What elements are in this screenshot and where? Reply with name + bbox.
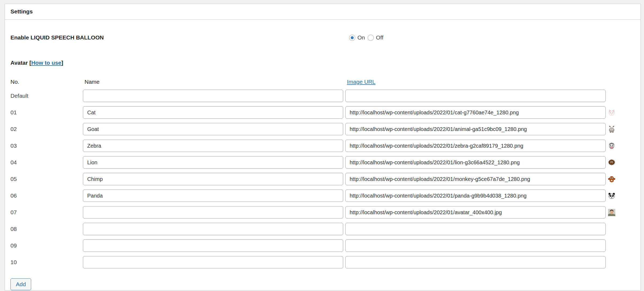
avatar-goat-image	[608, 125, 615, 133]
avatar-name-input[interactable]	[83, 206, 343, 219]
row-number-label: 07	[10, 209, 83, 216]
avatar-url-input[interactable]	[345, 190, 606, 202]
enable-radio-group: OnOff	[345, 34, 386, 41]
row-number-label: 06	[10, 192, 83, 199]
avatar-lion-image	[608, 159, 615, 166]
row-number-label: 08	[10, 226, 83, 232]
avatar-url-input[interactable]	[345, 106, 606, 119]
avatar-url-input[interactable]	[345, 239, 606, 252]
avatar-name-input[interactable]	[83, 140, 343, 152]
avatar-preview	[608, 242, 615, 249]
avatar-heading-suffix: ]	[61, 60, 63, 66]
avatar-url-input[interactable]	[345, 173, 606, 185]
avatar-zebra-image	[608, 142, 615, 150]
avatar-name-input[interactable]	[83, 190, 343, 202]
avatar-url-input[interactable]	[345, 156, 606, 169]
avatar-url-input[interactable]	[345, 256, 606, 268]
row-number-label: 10	[10, 259, 83, 265]
add-row-button[interactable]: Add	[10, 278, 31, 290]
avatar-table-row: 01	[10, 106, 635, 119]
avatar-name-input[interactable]	[83, 156, 343, 169]
avatar-cat-image	[608, 109, 615, 116]
avatar-url-input[interactable]	[345, 90, 606, 102]
avatar-url-input[interactable]	[345, 140, 606, 152]
radio-unselected-icon[interactable]	[368, 35, 374, 41]
row-number-label: 02	[10, 126, 83, 132]
avatar-name-input[interactable]	[83, 90, 343, 102]
avatar-name-input[interactable]	[83, 256, 343, 268]
avatar-name-input[interactable]	[83, 173, 343, 185]
image-url-column-link[interactable]: Image URL	[347, 79, 375, 85]
avatar-section-heading: Avatar [How to use]	[10, 59, 635, 67]
avatar-url-input[interactable]	[345, 206, 606, 219]
row-number-label: 03	[10, 143, 83, 149]
avatar-url-input[interactable]	[345, 223, 606, 235]
avatar-name-input[interactable]	[83, 223, 343, 235]
avatar-name-input[interactable]	[83, 106, 343, 119]
avatar-table-row: 04	[10, 156, 635, 169]
row-number-label: Default	[10, 93, 83, 99]
radio-selected-icon[interactable]	[349, 35, 355, 41]
row-number-label: 05	[10, 176, 83, 182]
enable-off-radio-option[interactable]: Off	[368, 34, 383, 41]
avatar-preview	[608, 92, 615, 100]
avatar-name-input[interactable]	[83, 123, 343, 135]
avatar-url-input[interactable]	[345, 123, 606, 135]
row-number-label: 09	[10, 242, 83, 249]
avatar-table-row: Default	[10, 90, 635, 102]
avatar-table-row: 08	[10, 223, 635, 235]
avatar-name-input[interactable]	[83, 239, 343, 252]
avatar-table-row: 02	[10, 123, 635, 135]
settings-panel: Settings Enable LIQUID SPEECH BALLOON On…	[5, 4, 641, 290]
avatar-table-row: 05	[10, 173, 635, 185]
column-header-no: No.	[10, 78, 83, 86]
radio-option-label: Off	[376, 34, 383, 41]
avatar-table-header: No. Name Image URL	[10, 78, 635, 86]
how-to-use-link[interactable]: How to use	[31, 60, 61, 66]
avatar-person-image	[608, 209, 615, 216]
column-header-name: Name	[83, 78, 345, 86]
avatar-table-row: 10	[10, 256, 635, 268]
avatar-preview	[608, 225, 615, 233]
panel-content: Enable LIQUID SPEECH BALLOON OnOff Avata…	[5, 31, 641, 290]
row-number-label: 04	[10, 159, 83, 166]
avatar-panda-image	[608, 192, 615, 199]
panel-title: Settings	[5, 4, 641, 20]
avatar-table-row: 03	[10, 140, 635, 152]
avatar-preview	[608, 259, 615, 266]
enable-setting-label: Enable LIQUID SPEECH BALLOON	[10, 34, 345, 41]
avatar-monkey-image	[608, 175, 615, 183]
avatar-heading-prefix: Avatar [	[10, 60, 31, 66]
row-number-label: 01	[10, 109, 83, 116]
enable-setting-row: Enable LIQUID SPEECH BALLOON OnOff	[10, 31, 635, 44]
avatar-table-row: 06	[10, 190, 635, 202]
avatar-rows: Default 01 02 03 04 05 06	[10, 90, 635, 268]
radio-option-label: On	[357, 34, 365, 41]
avatar-table-row: 07	[10, 206, 635, 219]
avatar-table-row: 09	[10, 239, 635, 252]
enable-on-radio-option[interactable]: On	[349, 34, 365, 41]
